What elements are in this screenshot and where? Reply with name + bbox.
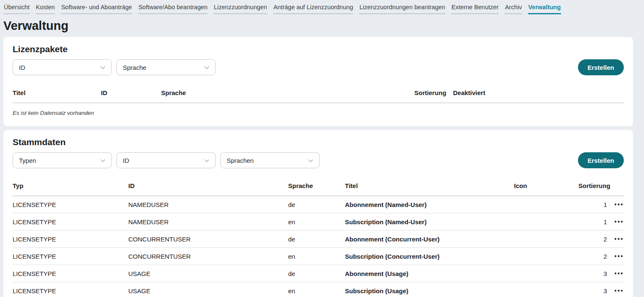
row-actions-button[interactable]: ••• — [609, 269, 624, 278]
cell-actions: ••• — [607, 235, 624, 243]
cell-sortierung: 3 — [578, 270, 607, 277]
cell-actions: ••• — [607, 217, 624, 226]
tab-bar: Übersicht Kosten Software- und Aboanträg… — [0, 0, 644, 14]
cell-actions: ••• — [607, 269, 624, 278]
chevron-down-icon — [99, 64, 106, 71]
cell-sprache: en — [288, 218, 345, 225]
cell-titel: Subscription (Named-User) — [345, 218, 514, 225]
cell-actions: ••• — [607, 252, 624, 260]
cell-titel: Subscription (Usage) — [345, 287, 514, 294]
column-header-sprache: Sprache — [288, 182, 345, 189]
create-lizenzpaket-button[interactable]: Erstellen — [578, 59, 624, 75]
tab-externe-benutzer[interactable]: Externe Benutzer — [451, 4, 499, 14]
more-options-icon: ••• — [615, 270, 624, 277]
cell-id: CONCURRENTUSER — [128, 236, 288, 243]
stammdaten-card-title: Stammdaten — [13, 137, 624, 147]
cell-sortierung: 2 — [578, 253, 607, 260]
cell-sortierung: 1 — [578, 201, 607, 208]
column-header-sortierung: Sortierung — [414, 89, 453, 96]
cell-id: USAGE — [128, 270, 288, 277]
page-title: Verwaltung — [3, 19, 644, 33]
tab-verwaltung[interactable]: Verwaltung — [528, 4, 561, 14]
cell-sortierung: 1 — [578, 218, 607, 225]
cell-id: NAMEDUSER — [128, 218, 288, 225]
cell-titel: Abonnement (Concurrent-User) — [345, 236, 514, 243]
tab-kosten[interactable]: Kosten — [35, 4, 55, 14]
column-header-sortierung: Sortierung — [578, 182, 607, 189]
cell-titel: Abonnement (Named-User) — [345, 201, 514, 208]
cell-actions: ••• — [607, 200, 624, 209]
stammdaten-card: Stammdaten Typen ID Sprachen Erstellen T… — [3, 130, 633, 297]
cell-sortierung: 3 — [578, 287, 607, 294]
chevron-down-icon — [99, 157, 106, 164]
select-label: Sprachen — [227, 157, 254, 164]
lizenzpakete-card-title: Lizenzpakete — [13, 44, 624, 54]
row-actions-button[interactable]: ••• — [609, 235, 624, 243]
column-header-typ: Typ — [13, 182, 128, 189]
tab-antraege-auf-lizenzzuordnung[interactable]: Anträge auf Lizenzzuordnung — [273, 4, 353, 14]
cell-sprache: de — [288, 270, 345, 277]
cell-sprache: en — [288, 287, 345, 294]
cell-typ: LICENSETYPE — [13, 270, 128, 277]
table-row: LICENSETYPE USAGE de Abonnement (Usage) … — [13, 265, 624, 282]
cell-typ: LICENSETYPE — [13, 201, 128, 208]
lizenzpakete-card: Lizenzpakete ID Sprache Erstellen Titel … — [3, 37, 633, 126]
cell-sprache: en — [288, 253, 345, 260]
cell-sprache: de — [288, 236, 345, 243]
chevron-down-icon — [307, 157, 314, 164]
table-row: LICENSETYPE USAGE en Subscription (Usage… — [13, 282, 624, 297]
cell-actions: ••• — [607, 286, 624, 295]
cell-sprache: de — [288, 201, 345, 208]
tab-archiv[interactable]: Archiv — [504, 4, 522, 14]
column-header-deaktiviert: Deaktiviert — [453, 89, 624, 96]
row-actions-button[interactable]: ••• — [609, 286, 624, 295]
row-actions-button[interactable]: ••• — [609, 252, 624, 260]
table-row: LICENSETYPE CONCURRENTUSER en Subscripti… — [13, 248, 624, 265]
table-row: LICENSETYPE CONCURRENTUSER de Abonnement… — [13, 231, 624, 248]
column-header-titel: Titel — [345, 182, 514, 189]
row-actions-button[interactable]: ••• — [609, 217, 624, 226]
table-row: LICENSETYPE NAMEDUSER en Subscription (N… — [13, 213, 624, 231]
more-options-icon: ••• — [615, 287, 624, 294]
tab-software-und-aboantraege[interactable]: Software- und Aboanträge — [61, 4, 132, 14]
cell-titel: Abonnement (Usage) — [345, 270, 514, 277]
stammdaten-filter-row: Typen ID Sprachen Erstellen — [13, 152, 624, 168]
cell-id: NAMEDUSER — [128, 201, 288, 208]
column-header-titel: Titel — [13, 89, 101, 96]
tab-uebersicht[interactable]: Übersicht — [3, 4, 30, 14]
tab-software-abo-beantragen[interactable]: Software/Abo beantragen — [138, 4, 208, 14]
stammdaten-table-header: Typ ID Sprache Titel Icon Sortierung — [13, 176, 624, 196]
table-row: LICENSETYPE NAMEDUSER de Abonnement (Nam… — [13, 196, 624, 213]
sprache-filter-select[interactable]: Sprache — [117, 59, 216, 75]
column-header-id: ID — [128, 182, 288, 189]
column-header-id: ID — [101, 89, 161, 96]
column-header-sprache: Sprache — [161, 89, 414, 96]
more-options-icon: ••• — [615, 253, 624, 260]
lizenzpakete-table-header: Titel ID Sprache Sortierung Deaktiviert — [13, 83, 624, 103]
more-options-icon: ••• — [615, 218, 624, 225]
cell-id: CONCURRENTUSER — [128, 253, 288, 260]
select-label: Sprache — [123, 64, 146, 71]
chevron-down-icon — [203, 64, 210, 71]
id-filter-select[interactable]: ID — [117, 152, 216, 168]
cell-sortierung: 2 — [578, 236, 607, 243]
select-label: ID — [19, 64, 25, 71]
cell-typ: LICENSETYPE — [13, 287, 128, 294]
cell-titel: Subscription (Concurrent-User) — [345, 253, 514, 260]
typen-filter-select[interactable]: Typen — [13, 152, 112, 168]
empty-state-text: Es ist kein Datensatz vorhanden — [13, 103, 624, 116]
id-filter-select[interactable]: ID — [13, 59, 112, 75]
row-actions-button[interactable]: ••• — [609, 200, 624, 209]
cell-typ: LICENSETYPE — [13, 218, 128, 225]
cell-id: USAGE — [128, 287, 288, 294]
tab-lizenzzuordnungen[interactable]: Lizenzzuordnungen — [213, 4, 268, 14]
select-label: Typen — [19, 157, 36, 164]
create-stammdaten-button[interactable]: Erstellen — [578, 152, 624, 168]
tab-lizenzzuordnungen-beantragen[interactable]: Lizenzzuordnungen beantragen — [359, 4, 445, 14]
sprachen-filter-select[interactable]: Sprachen — [220, 152, 320, 168]
lizenzpakete-filter-row: ID Sprache Erstellen — [13, 59, 624, 75]
more-options-icon: ••• — [615, 236, 624, 242]
cell-typ: LICENSETYPE — [13, 253, 128, 260]
select-label: ID — [123, 157, 129, 164]
cell-typ: LICENSETYPE — [13, 236, 128, 243]
